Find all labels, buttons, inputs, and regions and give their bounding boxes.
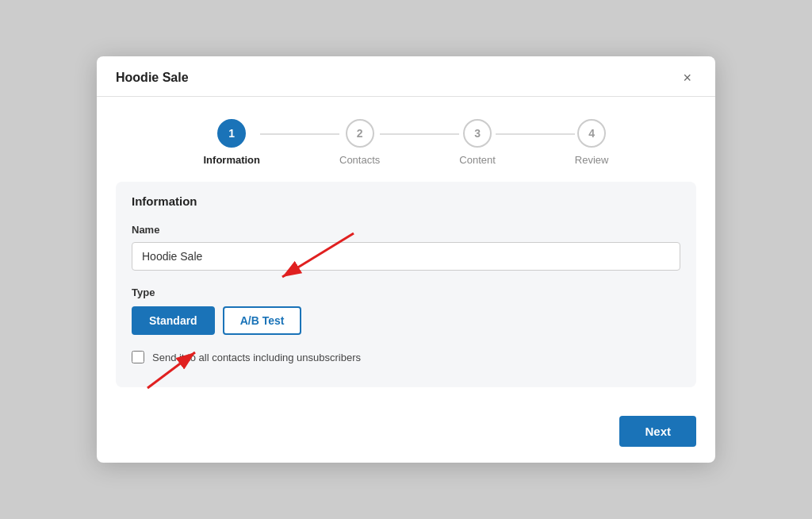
step-2-label: Contacts	[339, 154, 380, 166]
stepper: 1 Information 2 Contacts 3 Content 4 Rev…	[97, 97, 715, 182]
step-3: 3 Content	[459, 119, 496, 166]
step-3-circle: 3	[463, 119, 492, 148]
type-label: Type	[132, 286, 680, 298]
modal-body: Information Name Type Standard A/B Test	[97, 182, 715, 403]
info-card-title: Information	[132, 194, 680, 208]
type-form-group: Type Standard A/B Test	[132, 286, 680, 335]
name-label: Name	[132, 224, 680, 236]
step-4-label: Review	[575, 154, 609, 166]
checkbox-label: Send it to all contacts including unsubs…	[152, 352, 361, 363]
name-form-group: Name	[132, 224, 680, 271]
step-2: 2 Contacts	[339, 119, 380, 166]
ab-test-button[interactable]: A/B Test	[223, 306, 302, 335]
name-input[interactable]	[132, 242, 680, 271]
connector-1-2	[260, 133, 339, 135]
checkbox-row: Send it to all contacts including unsubs…	[132, 351, 680, 363]
step-2-circle: 2	[346, 119, 374, 148]
standard-button[interactable]: Standard	[132, 306, 215, 335]
connector-2-3	[380, 133, 459, 135]
close-button[interactable]: ×	[678, 69, 696, 86]
step-1-label: Information	[204, 154, 261, 166]
step-1: 1 Information	[204, 119, 261, 166]
step-3-label: Content	[459, 154, 496, 166]
step-4-circle: 4	[577, 119, 606, 148]
modal-title: Hoodie Sale	[116, 71, 189, 85]
connector-3-4	[496, 133, 575, 135]
modal-overlay: Hoodie Sale × 1 Information 2 Contacts 3…	[0, 0, 812, 519]
type-buttons: Standard A/B Test	[132, 306, 680, 335]
unsubscribers-checkbox[interactable]	[132, 351, 144, 363]
next-button[interactable]: Next	[619, 416, 696, 447]
footer-row: Next	[97, 403, 715, 447]
modal: Hoodie Sale × 1 Information 2 Contacts 3…	[97, 56, 715, 463]
step-4: 4 Review	[575, 119, 609, 166]
modal-header: Hoodie Sale ×	[97, 56, 715, 97]
step-1-circle: 1	[217, 119, 246, 148]
info-card: Information Name Type Standard A/B Test	[116, 182, 696, 387]
